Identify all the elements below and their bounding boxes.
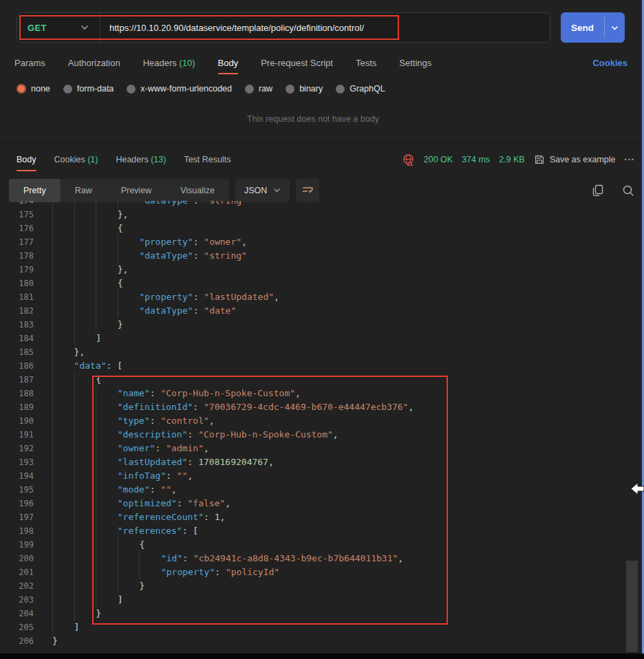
code-line: 182"dataType": "date" (0, 304, 625, 318)
radio-icon (286, 85, 294, 94)
line-number: 174 (0, 201, 34, 208)
code-editor[interactable]: 174"dataType": "string"175},176{177"prop… (0, 201, 625, 653)
indent-guide (52, 442, 74, 455)
url-input[interactable]: https://10.10.20.90/dataservice/template… (100, 23, 550, 33)
token-p: : (182, 553, 193, 563)
indent-guide (74, 524, 96, 538)
tab-params[interactable]: Params (14, 52, 45, 74)
response-tab-cookies[interactable]: Cookies (1) (54, 148, 98, 171)
wrap-text-button[interactable] (296, 179, 319, 202)
tab-settings[interactable]: Settings (399, 52, 431, 74)
code-text: "name": "Corp-Hub-n-Spoke-Custom", (34, 387, 625, 400)
tab-pre-request-script[interactable]: Pre-request Script (261, 52, 333, 74)
scrollbar-thumb[interactable] (626, 561, 638, 652)
indent-guide (74, 318, 96, 332)
indent-guide (52, 414, 74, 428)
code-line: 195"mode": "", (0, 483, 625, 497)
line-number: 183 (0, 318, 34, 332)
tab-headers[interactable]: Headers (10) (143, 52, 195, 74)
tab-tests[interactable]: Tests (356, 52, 376, 74)
response-tab-test-results[interactable]: Test Results (184, 148, 230, 171)
send-button[interactable]: Send (561, 12, 625, 43)
indent-guide (52, 469, 74, 483)
line-number: 177 (0, 235, 34, 249)
cookies-link[interactable]: Cookies (592, 58, 627, 68)
indent-guide (74, 607, 96, 620)
method-dropdown[interactable]: GET (17, 23, 100, 33)
indent-guide (139, 552, 161, 565)
code-line: 199{ (0, 538, 625, 552)
indent-guide (118, 579, 140, 593)
save-as-example-button[interactable]: Save as example (534, 154, 616, 165)
copy-button[interactable] (592, 184, 603, 197)
token-p: : [ (182, 526, 198, 536)
body-type-raw[interactable]: raw (245, 84, 272, 94)
indent-guide (52, 345, 74, 359)
indent-guide (96, 552, 118, 565)
indent-guide (52, 510, 74, 524)
token-k: "name" (118, 388, 150, 398)
more-options-button[interactable]: ••• (625, 156, 635, 163)
send-label[interactable]: Send (561, 12, 604, 43)
body-type-form-data[interactable]: form-data (63, 84, 114, 94)
search-button[interactable] (622, 184, 634, 197)
code-text: "data": [ (34, 359, 625, 373)
token-k: "id" (161, 553, 182, 563)
response-tab-headers[interactable]: Headers (13) (116, 148, 166, 171)
body-type-binary[interactable]: binary (286, 84, 323, 94)
indent-guide (96, 538, 118, 552)
token-p: , (333, 429, 339, 440)
wrap-text-icon (301, 185, 314, 196)
indent-guide (74, 201, 96, 208)
body-type-x-www-form-urlencoded[interactable]: x-www-form-urlencoded (127, 84, 232, 94)
indent-guide (118, 552, 140, 565)
token-p: : (193, 292, 204, 302)
view-raw[interactable]: Raw (61, 179, 107, 202)
token-p: } (139, 581, 144, 591)
indent-guide (52, 538, 74, 552)
token-p: ] (96, 333, 101, 343)
token-p: : (188, 429, 199, 440)
radio-label: GraphQL (350, 84, 385, 94)
indent-guide (52, 208, 74, 222)
view-preview[interactable]: Preview (107, 179, 166, 202)
token-s: "70036729-4cdc-4469-b670-e44447ecb376" (204, 402, 408, 412)
response-tab-body[interactable]: Body (17, 148, 36, 171)
code-text: } (34, 634, 625, 648)
body-type-none[interactable]: none (17, 84, 50, 94)
request-url-bar[interactable]: GET https://10.10.20.90/dataservice/temp… (17, 12, 550, 43)
line-number: 185 (0, 345, 34, 359)
line-number: 178 (0, 249, 34, 263)
token-p: : (177, 498, 188, 508)
code-line: 196"optimized": "false", (0, 497, 625, 510)
token-s: "false" (188, 498, 226, 508)
token-k: "lastUpdated" (118, 457, 188, 467)
response-time: 374 ms (462, 155, 490, 164)
code-text: "description": "Corp-Hub-n-Spoke-Custom"… (34, 428, 625, 442)
send-options-button[interactable] (605, 12, 625, 43)
tab-authorization[interactable]: Authorization (68, 52, 120, 74)
tab-label: Test Results (184, 155, 230, 164)
code-line: 187{ (0, 373, 625, 387)
view-pretty[interactable]: Pretty (9, 179, 61, 202)
indent-guide (118, 538, 140, 552)
indent-guide (52, 249, 74, 263)
indent-guide (52, 593, 74, 607)
indent-guide (52, 277, 74, 290)
tab-body[interactable]: Body (218, 52, 239, 74)
token-s: "date" (204, 305, 236, 316)
language-dropdown[interactable]: JSON (235, 179, 290, 202)
body-type-graphql[interactable]: GraphQL (336, 84, 385, 94)
indent-guide (52, 359, 74, 373)
token-p: }, (74, 347, 85, 357)
indent-guide (52, 263, 74, 277)
code-text: { (34, 277, 625, 290)
code-text: "property": "lastUpdated", (34, 290, 625, 304)
indent-guide (52, 332, 74, 345)
code-text: "type": "control", (34, 414, 625, 428)
view-visualize[interactable]: Visualize (166, 179, 229, 202)
response-size: 2.9 KB (499, 155, 525, 164)
chevron-down-icon (273, 188, 281, 193)
save-as-example-label: Save as example (550, 155, 616, 164)
code-text: { (34, 222, 625, 235)
